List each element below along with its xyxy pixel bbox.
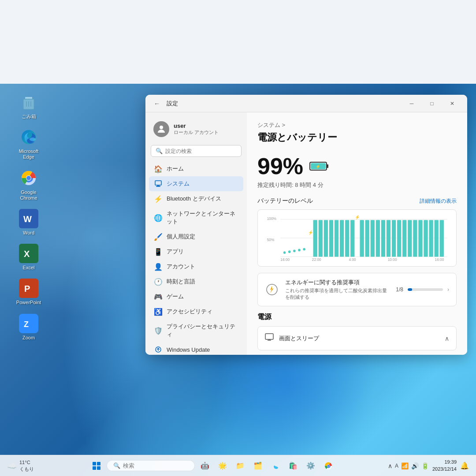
taskbar-right: ∧ A 📶 🔊 🔋 19:39 2023/12/14 🔔 bbox=[388, 459, 469, 472]
sidebar-apps-label: アプリ bbox=[167, 248, 184, 256]
tray-battery-icon[interactable]: 🔋 bbox=[421, 462, 429, 469]
ppt-icon-desktop[interactable]: P PowerPoint bbox=[13, 279, 44, 305]
svg-rect-56 bbox=[392, 220, 396, 257]
sidebar-item-gaming[interactable]: 🎮 ゲーム bbox=[149, 289, 243, 304]
settings-search-input[interactable] bbox=[165, 148, 237, 154]
back-button[interactable]: ← bbox=[151, 97, 163, 110]
sidebar-item-accessibility[interactable]: ♿ アクセシビリティ bbox=[149, 304, 243, 319]
taskbar-settings-icon[interactable]: ⚙️ bbox=[303, 458, 318, 473]
main-content: システム > 電源とバッテリー 99% ⚡ 推定残り時間: bbox=[247, 112, 467, 355]
taskbar-explorer-icon[interactable]: 🗂️ bbox=[250, 458, 265, 473]
svg-text:W: W bbox=[23, 214, 32, 224]
svg-point-20 bbox=[160, 126, 163, 129]
screen-sleep-header[interactable]: 画面とスリープ ∧ bbox=[258, 327, 456, 350]
svg-rect-18 bbox=[20, 315, 37, 332]
taskbar-store-icon[interactable]: 🛍️ bbox=[286, 458, 301, 473]
sidebar-personal-label: 個人用設定 bbox=[167, 233, 195, 241]
sidebar-item-personalization[interactable]: 🖌️ 個人用設定 bbox=[149, 229, 243, 244]
sidebar-network-label: ネットワークとインターネット bbox=[167, 210, 238, 226]
windows-update-icon bbox=[154, 346, 162, 353]
sidebar-update-label: Windows Update bbox=[167, 346, 210, 353]
battery-detail-link[interactable]: 詳細情報の表示 bbox=[420, 197, 457, 205]
energy-card-right: 1/8 › bbox=[396, 286, 449, 293]
tray-volume-icon[interactable]: 🔊 bbox=[411, 462, 419, 469]
svg-rect-42 bbox=[319, 220, 323, 257]
svg-rect-59 bbox=[408, 220, 412, 257]
sidebar-item-apps[interactable]: 📱 アプリ bbox=[149, 244, 243, 259]
sidebar-item-windows-update[interactable]: Windows Update bbox=[149, 342, 243, 355]
sidebar-item-home[interactable]: 🏠 ホーム bbox=[149, 161, 243, 176]
taskbar-edge-icon[interactable] bbox=[268, 458, 283, 473]
screen-sleep-card: 画面とスリープ ∧ bbox=[257, 326, 457, 350]
sidebar-bluetooth-label: Bluetooth とデバイス bbox=[167, 195, 221, 203]
taskbar-copilot-icon[interactable]: 🤖 bbox=[197, 458, 212, 473]
user-account-type: ローカル アカウント bbox=[174, 129, 219, 136]
user-name: user bbox=[174, 123, 219, 129]
energy-icon bbox=[265, 283, 279, 297]
svg-rect-78 bbox=[97, 466, 100, 470]
tray-wifi-icon[interactable]: 📶 bbox=[401, 462, 409, 469]
taskbar-clock[interactable]: 19:39 2023/12/14 bbox=[432, 459, 457, 472]
sidebar-item-privacy[interactable]: 🛡️ プライバシーとセキュリティ bbox=[149, 319, 243, 342]
svg-point-37 bbox=[293, 249, 296, 252]
notification-icon[interactable]: 🔔 bbox=[460, 461, 469, 470]
zoom-icon-desktop[interactable]: Z Zoom bbox=[13, 314, 44, 341]
sidebar-privacy-label: プライバシーとセキュリティ bbox=[167, 323, 238, 338]
taskbar-files-icon[interactable]: 📁 bbox=[233, 458, 248, 473]
energy-card-title: エネルギーに関する推奨事項 bbox=[285, 279, 390, 286]
sidebar-gaming-label: ゲーム bbox=[167, 293, 184, 301]
energy-progress-bar bbox=[408, 288, 443, 291]
battery-percent-value: 99% bbox=[257, 153, 303, 179]
battery-icon: ⚡ bbox=[309, 157, 329, 175]
svg-text:⚡: ⚡ bbox=[308, 230, 313, 235]
close-button[interactable]: ✕ bbox=[443, 97, 462, 111]
zoom-label: Zoom bbox=[22, 335, 35, 341]
svg-rect-55 bbox=[387, 220, 390, 257]
taskbar-icon1[interactable]: 🌟 bbox=[215, 458, 230, 473]
energy-progress-fill bbox=[408, 288, 412, 291]
breadcrumb: システム > bbox=[257, 121, 457, 129]
taskbar-chrome-icon[interactable] bbox=[321, 458, 336, 473]
taskbar-search-box[interactable]: 🔍 bbox=[107, 460, 195, 471]
sidebar-item-network[interactable]: 🌐 ネットワークとインターネット bbox=[149, 206, 243, 229]
screen-sleep-title: 画面とスリープ bbox=[279, 335, 439, 342]
svg-text:50%: 50% bbox=[267, 238, 275, 242]
user-profile[interactable]: user ローカル アカウント bbox=[149, 118, 243, 141]
taskbar-weather[interactable]: 11°C くもり bbox=[19, 459, 34, 472]
sidebar-item-accounts[interactable]: 👤 アカウント bbox=[149, 259, 243, 274]
svg-rect-27 bbox=[327, 164, 328, 168]
edge-label: Microsoft Edge bbox=[13, 149, 44, 160]
chrome-icon-desktop[interactable]: Google Chrome bbox=[13, 168, 44, 201]
svg-text:⚡: ⚡ bbox=[355, 215, 360, 220]
excel-icon-desktop[interactable]: X Excel bbox=[13, 244, 44, 271]
privacy-icon: 🛡️ bbox=[154, 327, 162, 335]
svg-rect-58 bbox=[402, 220, 406, 257]
sidebar-item-time[interactable]: 🕐 時刻と言語 bbox=[149, 274, 243, 289]
edge-icon-desktop[interactable]: Microsoft Edge bbox=[13, 127, 44, 160]
svg-rect-41 bbox=[313, 220, 317, 257]
svg-rect-47 bbox=[345, 220, 349, 257]
desktop-icons: ごみ箱 bbox=[13, 93, 44, 341]
recycle-bin-label: ごみ箱 bbox=[22, 114, 36, 119]
sidebar-item-bluetooth[interactable]: ⚡ Bluetooth とデバイス bbox=[149, 191, 243, 206]
maximize-button[interactable]: □ bbox=[422, 97, 442, 111]
word-icon-desktop[interactable]: W Word bbox=[13, 209, 44, 236]
svg-rect-60 bbox=[413, 220, 417, 257]
tray-font-icon[interactable]: A bbox=[395, 463, 398, 469]
svg-point-36 bbox=[288, 250, 291, 253]
sidebar-item-system[interactable]: システム bbox=[149, 176, 243, 191]
expand-chevron-icon: ∧ bbox=[445, 335, 449, 342]
taskbar-left: ☁️ 11°C くもり bbox=[7, 459, 34, 472]
settings-search-box[interactable]: 🔍 bbox=[151, 145, 242, 157]
energy-recommendations-card[interactable]: エネルギーに関する推奨事項 これらの推奨事項を適用して二酸化炭素排出量を削減する… bbox=[257, 273, 457, 306]
tray-chevron-icon[interactable]: ∧ bbox=[388, 462, 392, 469]
battery-remaining-time: 推定残り時間: 8 時間 4 分 bbox=[257, 181, 457, 189]
start-button[interactable] bbox=[89, 458, 104, 473]
svg-rect-64 bbox=[435, 220, 439, 257]
minimize-button[interactable]: ─ bbox=[402, 97, 421, 111]
taskbar-search-input[interactable] bbox=[123, 462, 176, 469]
window-title: 設定 bbox=[167, 100, 178, 108]
taskbar: ☁️ 11°C くもり 🔍 🤖 bbox=[0, 455, 476, 476]
recycle-bin-icon[interactable]: ごみ箱 bbox=[13, 93, 44, 119]
window-controls: ─ □ ✕ bbox=[402, 97, 462, 111]
